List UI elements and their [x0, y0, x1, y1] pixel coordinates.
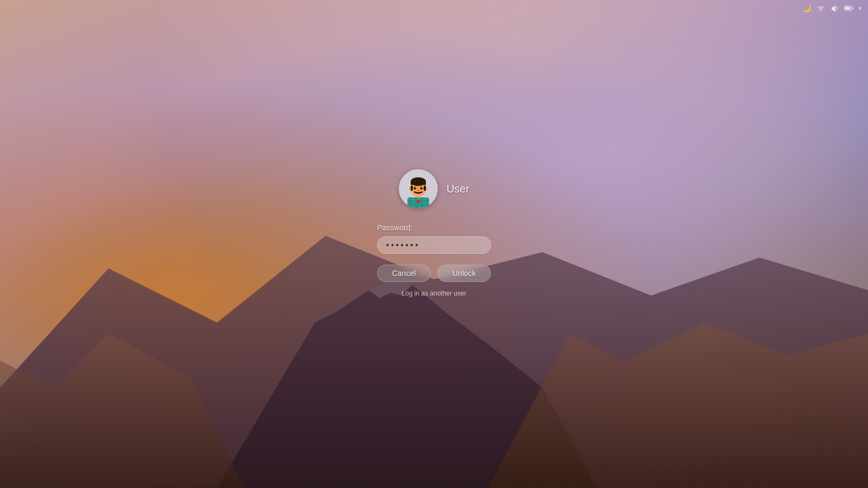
svg-point-10 [417, 201, 419, 203]
svg-rect-7 [420, 197, 423, 208]
svg-rect-21 [411, 185, 413, 191]
battery-icon[interactable] [844, 3, 854, 13]
unlock-button[interactable]: Unlock [437, 265, 491, 282]
password-input[interactable] [377, 236, 491, 254]
avatar [399, 169, 438, 208]
password-label: Password: [377, 223, 412, 232]
svg-point-19 [422, 187, 423, 188]
svg-rect-22 [424, 185, 426, 191]
network-icon[interactable] [816, 3, 826, 13]
cancel-button[interactable]: Cancel [377, 265, 431, 282]
svg-point-17 [420, 187, 423, 190]
svg-rect-2 [845, 7, 851, 9]
svg-point-0 [820, 10, 822, 11]
password-section: Password: [377, 223, 491, 254]
svg-rect-9 [407, 204, 429, 206]
username-label: User [446, 183, 469, 195]
svg-point-18 [415, 187, 416, 188]
dropdown-arrow[interactable]: ▾ [858, 5, 861, 12]
user-section: User [399, 169, 469, 208]
system-bar: 🌙 ▾ [795, 0, 868, 16]
night-mode-icon[interactable]: 🌙 [802, 3, 812, 13]
svg-point-16 [413, 187, 416, 190]
switch-user-link[interactable]: Log in as another user [401, 290, 466, 297]
button-row: Cancel Unlock [377, 265, 491, 282]
volume-icon[interactable] [830, 3, 840, 13]
login-panel: User Password: Cancel Unlock Log in as a… [377, 169, 491, 297]
svg-rect-13 [411, 182, 426, 185]
svg-point-20 [417, 189, 419, 191]
svg-rect-5 [410, 197, 412, 208]
